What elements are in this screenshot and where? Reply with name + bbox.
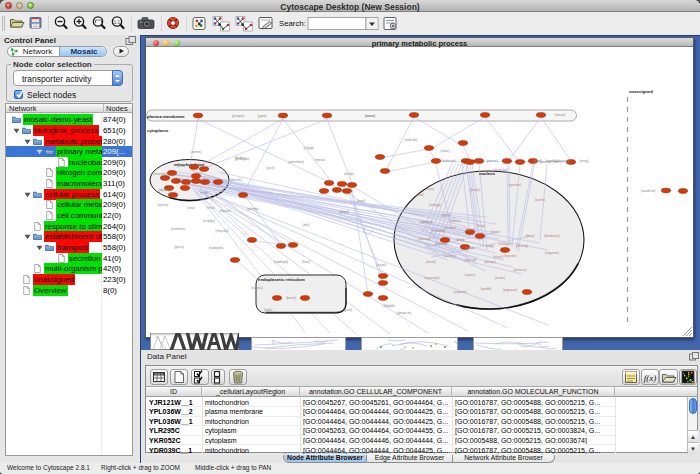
svg-text:(abrmcba): (abrmcba) <box>493 168 508 172</box>
svg-text:(dngn): (dngn) <box>490 230 499 234</box>
svg-text:(nrsp): (nrsp) <box>477 224 485 228</box>
svg-text:(ymnuco): (ymnuco) <box>513 268 526 272</box>
svg-text:(enemnts): (enemnts) <box>171 227 185 231</box>
svg-text:(munagtp): (munagtp) <box>154 172 169 176</box>
svg-text:(mcbp): (mcbp) <box>344 172 354 176</box>
svg-text:(enol): (enol) <box>534 159 542 163</box>
svg-text:endoplasmic reticulum: endoplasmic reticulum <box>258 277 305 282</box>
svg-text:(rrlnc): (rrlnc) <box>207 206 215 210</box>
svg-text:(dslnbta): (dslnbta) <box>435 242 447 246</box>
svg-text:(lcmdodb): (lcmdodb) <box>431 229 445 233</box>
svg-text:(rtcpp): (rtcpp) <box>465 246 474 250</box>
svg-text:(rlmd): (rlmd) <box>416 193 424 197</box>
svg-text:(guangdo): (guangdo) <box>235 157 250 161</box>
svg-text:(tebor): (tebor) <box>440 149 449 153</box>
svg-text:(uromm): (uromm) <box>444 226 456 230</box>
svg-text:(pbmbp): (pbmbp) <box>247 207 259 211</box>
svg-text:(mmcp): (mmcp) <box>555 113 566 117</box>
svg-text:(dtrp): (dtrp) <box>456 238 464 242</box>
svg-text:(moml): (moml) <box>426 260 436 264</box>
svg-text:(mocm): (mocm) <box>158 203 169 207</box>
svg-text:(lluet): (lluet) <box>302 260 310 264</box>
svg-text:(lspn): (lspn) <box>466 228 474 232</box>
svg-text:(gtcss): (gtcss) <box>174 245 184 249</box>
svg-text:Search:: Search: <box>279 19 306 28</box>
svg-text:(gsas): (gsas) <box>344 308 353 312</box>
svg-text:1:1: 1:1 <box>114 20 121 25</box>
svg-text:(numu): (numu) <box>365 114 375 118</box>
svg-text:(uotyel): (uotyel) <box>376 263 387 267</box>
svg-text:(bmdueup): (bmdueup) <box>544 234 559 238</box>
svg-text:(oaodend): (oaodend) <box>641 189 656 193</box>
svg-text:(nadnpdo): (nadnpdo) <box>209 246 224 250</box>
svg-text:(asyaros): (asyaros) <box>453 290 466 294</box>
svg-text:(dlunrgd): (dlunrgd) <box>419 237 432 241</box>
svg-text:(snur): (snur) <box>187 206 195 210</box>
svg-text:(dtruetg): (dtruetg) <box>516 244 528 248</box>
svg-text:(mselc): (mselc) <box>495 276 505 280</box>
svg-text:(tlsysme): (tlsysme) <box>504 254 517 258</box>
svg-text:(numcu): (numcu) <box>251 286 263 290</box>
svg-text:(dtmg): (dtmg) <box>525 234 534 238</box>
svg-text:(lbbpbb): (lbbpbb) <box>383 304 395 308</box>
svg-text:(nppce): (nppce) <box>465 273 476 277</box>
svg-text:(meycbd): (meycbd) <box>215 229 228 233</box>
svg-text:(ymytl): (ymytl) <box>339 210 349 214</box>
svg-text:(nbapeng): (nbapeng) <box>556 159 571 163</box>
svg-text:(adrombm): (adrombm) <box>288 160 304 164</box>
svg-text:(cteu): (cteu) <box>426 187 434 191</box>
svg-text:(ppsntnc): (ppsntnc) <box>508 183 521 187</box>
svg-text:(laeme): (laeme) <box>535 198 546 202</box>
svg-text:f(x): f(x) <box>644 373 657 383</box>
svg-text:(aooltpu): (aooltpu) <box>444 254 457 258</box>
svg-text:(gdsbym): (gdsbym) <box>419 220 432 224</box>
svg-text:(odaos): (odaos) <box>450 219 461 223</box>
svg-text:unassigned: unassigned <box>629 89 653 94</box>
svg-text:(lmal): (lmal) <box>177 164 185 168</box>
svg-text:(oeltsgo): (oeltsgo) <box>499 242 511 246</box>
svg-text:(mrog): (mrog) <box>579 159 588 163</box>
svg-text:(tadcebr): (tadcebr) <box>405 138 418 142</box>
svg-text:(ergap): (ergap) <box>304 146 314 150</box>
svg-text:(mgusn): (mgusn) <box>219 209 231 213</box>
svg-text:(mnyl): (mnyl) <box>357 199 366 203</box>
svg-text:(tyyls): (tyyls) <box>264 308 273 312</box>
svg-text:(nclplys): (nclplys) <box>203 219 215 223</box>
svg-text:(mymntya): (mymntya) <box>424 276 439 280</box>
svg-text:(dtrt): (dtrt) <box>303 223 310 227</box>
svg-text:(yutnpm): (yutnpm) <box>232 114 245 118</box>
svg-text:(elpdcs): (elpdcs) <box>158 188 169 192</box>
svg-text:(ubdbspd): (ubdbspd) <box>274 260 288 264</box>
svg-text:(tputblt): (tputblt) <box>481 287 492 291</box>
svg-text:(trcpat): (trcpat) <box>493 255 503 259</box>
svg-text:(abmyc): (abmyc) <box>484 260 496 264</box>
svg-text:(ulygcop): (ulygcop) <box>463 258 476 262</box>
svg-text:(ootp): (ootp) <box>486 244 494 248</box>
svg-text:plasma membrane: plasma membrane <box>147 114 185 119</box>
svg-text:(gptm): (gptm) <box>441 213 450 217</box>
svg-text:(tugyunm): (tugyunm) <box>545 251 559 255</box>
svg-text:(ygntl): (ygntl) <box>258 114 267 118</box>
svg-text:(gbcgccm): (gbcgccm) <box>397 311 412 315</box>
svg-text:(cyce): (cyce) <box>266 166 275 170</box>
svg-text:cytoplasm: cytoplasm <box>147 128 168 133</box>
svg-text:(bacm): (bacm) <box>286 296 296 300</box>
svg-text:(dmbctpn): (dmbctpn) <box>442 159 456 163</box>
svg-text:(dscorlc): (dscorlc) <box>230 178 242 182</box>
svg-text:(psgueas): (psgueas) <box>503 288 517 292</box>
svg-text:(anmm): (anmm) <box>191 150 202 154</box>
svg-text:(pmnse): (pmnse) <box>486 159 498 163</box>
svg-text:(mmac): (mmac) <box>315 158 326 162</box>
svg-text:(bnspl): (bnspl) <box>470 188 480 192</box>
svg-text:(rrnb): (rrnb) <box>200 191 208 195</box>
svg-text:(temggt): (temggt) <box>429 203 441 207</box>
